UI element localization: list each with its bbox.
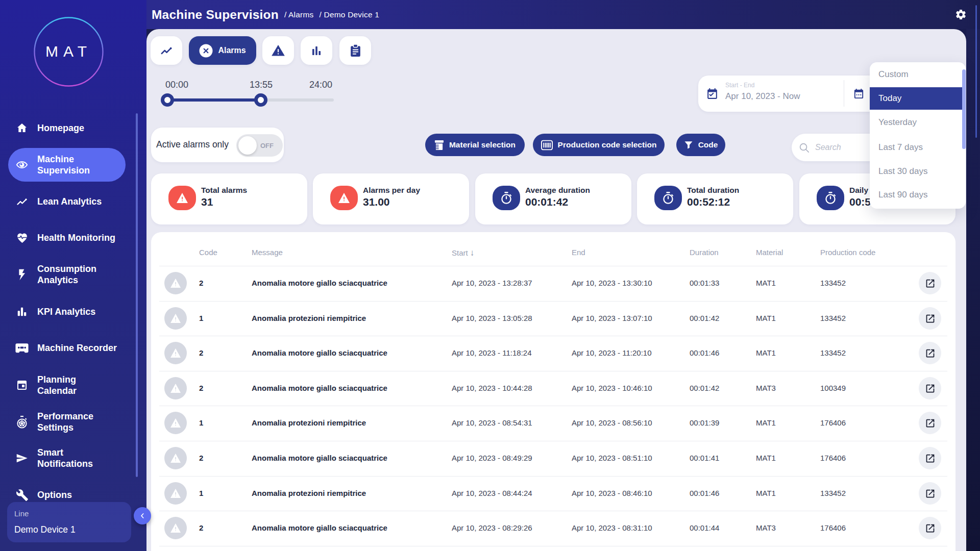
svg-text:MAT: MAT: [45, 43, 92, 60]
